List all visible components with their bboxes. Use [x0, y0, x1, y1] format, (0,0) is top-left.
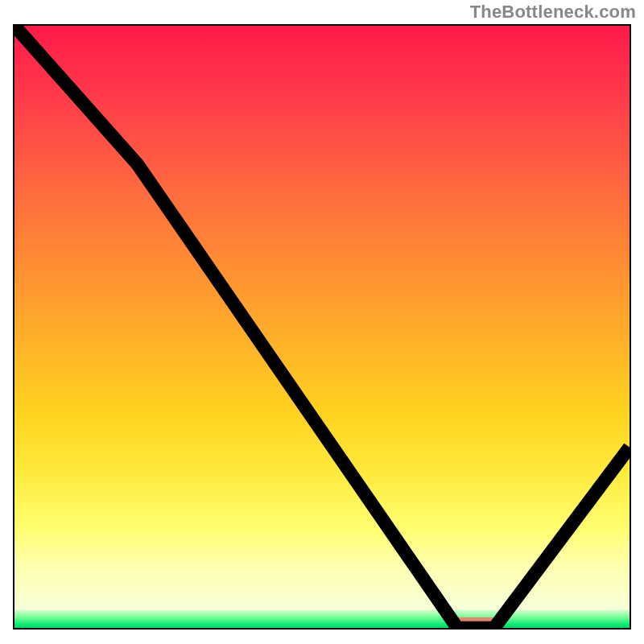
bottleneck-curve — [14, 26, 630, 628]
plot-area — [13, 24, 631, 630]
watermark-text: TheBottleneck.com — [470, 2, 636, 23]
chart-container: TheBottleneck.com — [0, 0, 644, 644]
curve-path — [14, 26, 630, 628]
